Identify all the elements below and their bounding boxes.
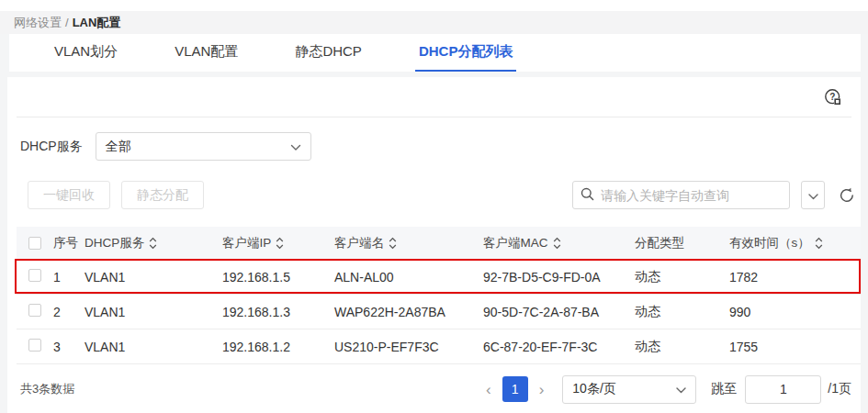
table-row: 3 VLAN1 192.168.1.2 US210-P-EF7F3C 6C-87… [17,329,861,364]
sort-icon[interactable] [149,237,157,250]
cell-client-mac: 92-7B-D5-C9-FD-0A [483,270,635,285]
cell-client-mac: 6C-87-20-EF-7F-3C [483,340,635,354]
column-header-dhcp-service[interactable]: DHCP服务 [85,235,222,251]
cell-client-ip: 192.168.1.3 [222,305,334,319]
table-footer: 共3条数据 ‹ 1 › 10条/页 跳至 /1页 [20,372,851,407]
tab-bar: VLAN划分 VLAN配置 静态DHCP DHCP分配列表 [9,34,861,72]
static-assign-button[interactable]: 静态分配 [121,181,204,209]
search-input[interactable] [601,188,782,203]
sort-icon[interactable] [276,237,284,250]
cell-client-ip: 192.168.1.2 [222,340,334,354]
prev-page-icon[interactable]: ‹ [480,382,497,397]
total-count-text: 共3条数据 [20,381,74,397]
cell-lease-time: 990 [729,305,861,319]
top-strip [0,0,868,11]
page-size-value: 10条/页 [572,381,615,397]
column-header-index: 序号 [53,235,85,251]
cell-index: 1 [53,270,85,285]
search-expand-button[interactable] [801,181,825,209]
select-all-checkbox[interactable] [28,237,41,250]
page-number-button[interactable]: 1 [502,376,528,402]
chevron-down-icon [808,188,818,203]
cell-lease-time: 1782 [729,270,861,285]
breadcrumb-separator: / [65,16,69,29]
dhcp-service-select-value: 全部 [106,139,131,155]
table-header-row: 序号 DHCP服务 客户端IP 客户端名 客户端MAC 分配类型 有效时间（s） [17,227,861,260]
cell-index: 3 [53,340,85,354]
divider [17,117,851,117]
chevron-down-icon [290,140,301,154]
breadcrumb-current: LAN配置 [73,15,121,31]
cell-client-name: ALN-AL00 [334,270,483,285]
table-body: 1 VLAN1 192.168.1.5 ALN-AL00 92-7B-D5-C9… [17,260,861,364]
jump-page-input[interactable] [745,375,821,404]
one-key-recycle-button[interactable]: 一键回收 [28,181,110,209]
breadcrumb: 网络设置 / LAN配置 [0,11,868,34]
chevron-down-icon [676,382,686,396]
dhcp-service-filter-label: DHCP服务 [20,139,83,155]
column-header-alloc-type: 分配类型 [635,235,729,251]
search-box [572,181,790,209]
tab-static-dhcp[interactable]: 静态DHCP [291,34,366,72]
cell-index: 2 [53,305,85,319]
dhcp-service-select[interactable]: 全部 [96,132,311,161]
help-icon[interactable]: ? [824,88,842,109]
cell-alloc-type: 动态 [635,304,729,320]
row-checkbox[interactable] [28,339,41,352]
tab-vlan-config[interactable]: VLAN配置 [171,34,242,72]
tab-dhcp-allocation-list[interactable]: DHCP分配列表 [415,34,517,72]
sort-icon[interactable] [553,237,561,250]
row-checkbox[interactable] [28,269,41,282]
column-header-client-mac[interactable]: 客户端MAC [483,235,635,251]
column-header-client-name[interactable]: 客户端名 [334,235,483,251]
jump-to-label: 跳至 [711,381,737,397]
row-checkbox[interactable] [28,304,41,317]
content-panel: ? DHCP服务 全部 一键回收 静态分配 [7,77,861,413]
sort-icon[interactable] [815,237,823,250]
cell-alloc-type: 动态 [635,269,729,285]
cell-client-name: WAP622H-2A87BA [334,305,483,319]
table-row: 1 VLAN1 192.168.1.5 ALN-AL00 92-7B-D5-C9… [17,260,861,295]
cell-lease-time: 1755 [729,340,861,354]
cell-dhcp-service: VLAN1 [85,305,222,319]
table-row: 2 VLAN1 192.168.1.3 WAP622H-2A87BA 90-5D… [17,295,861,329]
cell-client-ip: 192.168.1.5 [222,270,334,285]
cell-client-mac: 90-5D-7C-2A-87-BA [483,305,635,319]
cell-client-name: US210-P-EF7F3C [334,340,483,354]
total-pages-text: /1页 [828,381,851,397]
next-page-icon[interactable]: › [534,382,550,397]
cell-dhcp-service: VLAN1 [85,270,222,285]
cell-dhcp-service: VLAN1 [85,340,222,354]
column-header-client-ip[interactable]: 客户端IP [222,235,334,251]
tab-vlan-division[interactable]: VLAN划分 [51,34,121,72]
refresh-icon[interactable] [839,187,855,204]
column-header-lease-time[interactable]: 有效时间（s） [729,235,861,251]
sort-icon[interactable] [389,237,397,250]
cell-alloc-type: 动态 [635,339,729,355]
page-size-select[interactable]: 10条/页 [562,375,696,404]
breadcrumb-section[interactable]: 网络设置 [14,15,62,31]
search-icon [581,187,594,204]
